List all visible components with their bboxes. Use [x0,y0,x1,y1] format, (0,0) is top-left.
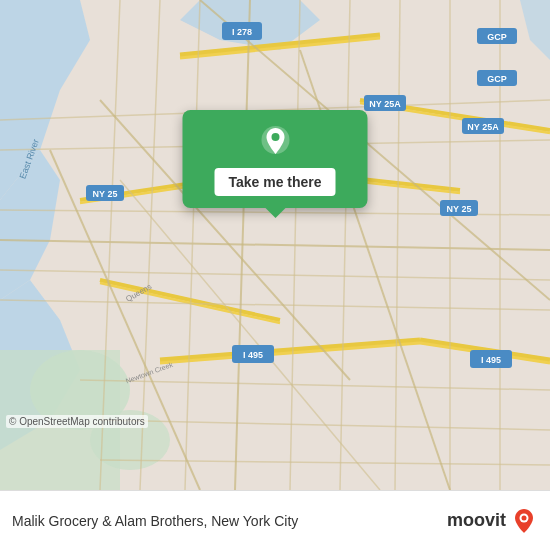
moovit-logo: moovit [447,507,538,535]
svg-text:GCP: GCP [487,74,507,84]
svg-text:NY 25: NY 25 [447,204,472,214]
bottom-bar: Malik Grocery & Alam Brothers, New York … [0,490,550,550]
location-popup: Take me there [183,110,368,208]
moovit-text: moovit [447,510,506,531]
location-pin-icon [257,124,293,160]
svg-point-70 [271,133,279,141]
svg-text:I 495: I 495 [481,355,501,365]
take-me-there-button[interactable]: Take me there [214,168,335,196]
svg-text:NY 25: NY 25 [93,189,118,199]
svg-text:I 495: I 495 [243,350,263,360]
moovit-icon [510,507,538,535]
location-name-label: Malik Grocery & Alam Brothers, New York … [12,513,298,529]
svg-text:GCP: GCP [487,32,507,42]
svg-text:NY 25A: NY 25A [467,122,499,132]
svg-text:NY 25A: NY 25A [369,99,401,109]
map-attribution: © OpenStreetMap contributors [6,415,148,428]
svg-point-72 [522,515,527,520]
svg-text:I 278: I 278 [232,27,252,37]
map-container: I 278 NY 25 NY 25 NY 25 NY 25A NY 25A GC… [0,0,550,490]
